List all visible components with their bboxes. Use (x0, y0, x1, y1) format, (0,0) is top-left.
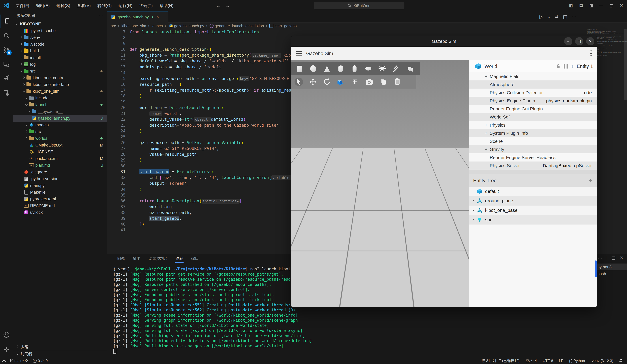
maximize-icon[interactable]: ▢ (607, 2, 615, 10)
explorer-item-LICENSE[interactable]: LICENSE (13, 148, 107, 155)
editor-scrollbar[interactable] (624, 29, 627, 100)
explorer-item-kibot_one_control[interactable]: kibot_one_control (13, 75, 107, 81)
component-row-physics-solver[interactable]: Physics SolverDantzigBoxedLcpSolver (469, 162, 597, 170)
timeline-section[interactable]: 时间线 (13, 350, 107, 358)
activity-cpp-tools[interactable] (0, 87, 13, 100)
cone-icon[interactable] (323, 64, 331, 73)
component-row-render-engine-server-headless[interactable]: Render Engine Server Headless (469, 153, 597, 162)
breadcrumb-generate_launch_description[interactable]: generate_launch_description (209, 24, 264, 28)
explorer-item-package.xml[interactable]: </>package.xmlM (13, 155, 107, 162)
rtf-collapse-icon[interactable]: ‹ (436, 299, 438, 304)
outline-section[interactable]: 大纲 (13, 343, 107, 350)
panel-tab-问题[interactable]: 问题 (113, 256, 129, 264)
translate-icon[interactable] (309, 78, 317, 86)
point-light-icon[interactable] (378, 64, 386, 73)
explorer-item-.venv[interactable]: .venv (13, 34, 107, 41)
layout-panel-icon[interactable]: ⬓ (577, 2, 585, 10)
more-actions-icon[interactable]: ⋯ (99, 13, 104, 18)
menu-h[interactable]: 帮助(H) (157, 2, 176, 9)
hamburger-menu-icon[interactable] (296, 51, 302, 55)
layout-secondary-sidebar-icon[interactable]: ◨ (587, 2, 595, 10)
run-python-icon[interactable]: ▷ (539, 14, 543, 19)
activity-source-control[interactable]: 5 (0, 43, 13, 57)
gz-close-icon[interactable]: ✕ (586, 37, 594, 46)
component-row-atmosphere[interactable]: Atmosphere (469, 81, 597, 89)
entity-ground_plane[interactable]: ground_plane (469, 196, 597, 206)
back-icon[interactable]: ← (216, 3, 221, 8)
menu-f[interactable]: 文件(F) (13, 2, 32, 9)
close-icon[interactable]: ✕ (618, 2, 626, 10)
component-row-world-sdf[interactable]: World Sdf (469, 113, 597, 121)
gazebo-titlebar[interactable]: Gazebo Sim – ▢ ✕ (291, 36, 597, 47)
add-component-icon[interactable]: + (571, 63, 574, 69)
component-row-gravity[interactable]: +Gravity (469, 145, 597, 153)
status-item-4[interactable]: { } Python (567, 357, 587, 364)
breadcrumb-start_gazebo[interactable]: start_gazebo (269, 24, 297, 28)
tab-gazebo-launch-py[interactable]: gazebo.launch.py U × (107, 11, 168, 22)
explorer-item-.pytest_cache[interactable]: .pytest_cache (13, 27, 107, 34)
explorer-item-include[interactable]: include (13, 95, 107, 101)
close-panel-icon[interactable]: ✕ (620, 255, 624, 261)
select-arrow-icon[interactable] (295, 78, 303, 86)
menu-s[interactable]: 选择(S) (53, 2, 73, 9)
box-icon[interactable] (295, 64, 304, 73)
add-entity-icon[interactable]: + (588, 177, 592, 184)
more-actions-icon[interactable]: ⋯ (598, 255, 602, 261)
tab-close-icon[interactable]: × (157, 14, 159, 19)
panel-scrollbar[interactable] (595, 261, 597, 277)
explorer-item-build[interactable]: build (13, 47, 107, 54)
explorer-item-.vscode[interactable]: .vscode (13, 41, 107, 47)
activity-settings[interactable] (0, 343, 13, 356)
explorer-item-main.py[interactable]: main.py (13, 182, 107, 189)
breadcrumb-launch[interactable]: launch (152, 24, 163, 28)
explorer-item-CMakeLists.txt[interactable]: CMakeLists.txtM (13, 142, 107, 148)
explorer-item-log[interactable]: log (13, 61, 107, 68)
panel-tab-调试控制台[interactable]: 调试控制台 (145, 256, 172, 264)
run-dropdown-icon[interactable]: ⌄ (548, 15, 550, 19)
screenshot-icon[interactable] (365, 78, 373, 86)
explorer-item-gazebo.launch.py[interactable]: gazebo.launch.pyU (13, 115, 107, 122)
breadcrumb-kibot_one_sim[interactable]: kibot_one_sim (121, 24, 146, 28)
explorer-item-.gitignore[interactable]: .gitignore (13, 169, 107, 176)
remote-indicator[interactable]: >< (0, 357, 8, 364)
entity-default[interactable]: default (469, 186, 597, 196)
real-time-factor[interactable]: ‹ 0.00 % (436, 299, 458, 304)
panel-tab-输出[interactable]: 输出 (129, 256, 145, 264)
explorer-item-kibot_one_sim[interactable]: kibot_one_sim (13, 88, 107, 95)
menu-g[interactable]: 转到(G) (95, 2, 114, 9)
kebab-menu-icon[interactable] (590, 50, 592, 56)
layout-sidebar-icon[interactable]: ◧ (567, 2, 575, 10)
split-editor-icon[interactable]: ◫ (563, 14, 567, 19)
panel-tab-终端[interactable]: 终端 (172, 256, 187, 264)
explorer-item-README.md[interactable]: M↓README.md (13, 202, 107, 209)
menu-e[interactable]: 编辑(E) (33, 2, 52, 9)
explorer-item-worlds[interactable]: worlds (13, 135, 107, 142)
breadcrumb-gazebo.launch.py[interactable]: gazebo.launch.py (168, 24, 204, 28)
entity-sun[interactable]: sun (469, 215, 597, 225)
explorer-item-uv.lock[interactable]: Uuv.lock (13, 209, 107, 216)
explorer-item-plan.md[interactable]: M↓plan.mdU (13, 162, 107, 169)
git-branch-item[interactable]: main* ⟳ (8, 357, 30, 364)
explorer-item-.python-version[interactable]: .python-version (13, 176, 107, 182)
play-button[interactable] (293, 284, 305, 296)
run-or-debug-icon[interactable]: ⇄ (555, 14, 558, 19)
explorer-item-kibot_one_interface[interactable]: kibot_one_interface (13, 81, 107, 88)
explorer-item-pyproject.toml[interactable]: pyproject.toml (13, 196, 107, 202)
cylinder-icon[interactable] (336, 64, 345, 73)
activity-search[interactable] (0, 29, 13, 42)
notifications-bell-icon[interactable] (617, 357, 625, 364)
project-root-row[interactable]: KIBOTONE (13, 20, 107, 27)
explorer-item-install[interactable]: install (13, 54, 107, 61)
status-item-3[interactable]: LF (557, 357, 565, 364)
snap-cube-icon[interactable] (337, 78, 345, 86)
status-item-2[interactable]: UTF-8 (540, 357, 555, 364)
directional-light-icon[interactable] (392, 64, 400, 73)
activity-explorer[interactable] (0, 14, 13, 28)
maximize-panel-icon[interactable]: ☐ (612, 255, 616, 261)
step-button[interactable] (311, 287, 319, 295)
entity-kibot_one_base[interactable]: kibot_one_base (469, 206, 597, 215)
gz-maximize-icon[interactable]: ▢ (575, 37, 583, 46)
sphere-icon[interactable] (309, 64, 317, 73)
gazebo-viewport[interactable]: ↻ ‹ 0.00 % (291, 60, 469, 307)
explorer-item-models[interactable]: models (13, 122, 107, 128)
